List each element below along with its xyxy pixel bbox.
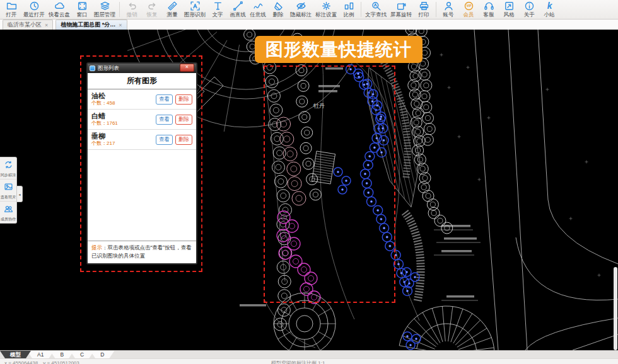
document-tab-bar: 临沂市某小区×植物施工图总图 *分…× [0, 20, 618, 30]
layout-tab-C[interactable]: C [70, 351, 94, 358]
account-icon [443, 1, 454, 11]
toolbar-item-find-text[interactable]: 文字查找 [363, 1, 388, 19]
toolbar-item-window[interactable]: 窗口 [72, 1, 92, 19]
graphics-list-row[interactable]: 白蜡个数：1761查看删除 [88, 110, 196, 130]
layers-icon [100, 1, 110, 11]
style-icon [504, 1, 515, 11]
toolbar-item-label: 打印 [419, 11, 429, 18]
row-text: 垂柳个数：217 [91, 132, 153, 147]
side-panel-collapse-handle[interactable]: ◂ [17, 186, 23, 202]
toolbar-item-folder[interactable]: 打开 [1, 1, 21, 19]
graphic-name: 油松 [91, 92, 153, 100]
layout-tab-A1[interactable]: A1 [27, 351, 54, 358]
window-icon [77, 1, 88, 11]
toolbar-item-label: 任意线 [250, 11, 266, 18]
toolbar-item-label: 打开 [6, 11, 17, 18]
chevron-left-icon: ◂ [18, 192, 20, 196]
toolbar-item-label: 撤销 [127, 11, 137, 18]
dialog-hint: 提示：双击表格项或点击“查看”按钮，查看已识别图块的具体位置 [88, 241, 196, 263]
toolbar-item-label: 标注设置 [315, 11, 337, 18]
toolbar-item-ksite[interactable]: k小站 [539, 1, 559, 19]
toolbar-item-label: 画直线 [230, 11, 246, 18]
view-button[interactable]: 查看 [156, 94, 173, 105]
toolbar-item-vip[interactable]: VIP会员 [458, 1, 479, 19]
dialog-header: 所有图形 [88, 73, 196, 89]
layout-tab-B[interactable]: B [50, 351, 74, 358]
toolbar-item-label: 小站 [544, 11, 555, 18]
close-tab-icon[interactable]: × [45, 22, 48, 28]
toolbar-item-service[interactable]: 客服 [479, 1, 499, 19]
erase-icon [273, 1, 284, 11]
graphic-name: 白蜡 [91, 112, 153, 120]
callout-text: 图形数量快捷统计 [265, 38, 412, 62]
toolbar-item-freeline[interactable]: 任意线 [248, 1, 268, 19]
toolbar-item-ruler[interactable]: 测量 [162, 1, 182, 19]
toolbar-item-label: 风格 [504, 11, 515, 18]
service-icon [484, 1, 494, 11]
graphic-count: 个数：217 [91, 140, 153, 147]
delete-button[interactable]: 删除 [175, 135, 192, 145]
layout-tab-模型[interactable]: 模型 [0, 351, 31, 358]
toolbar-item-label: 恢复 [147, 11, 158, 18]
dialog-app-icon [90, 65, 95, 71]
document-tab-2[interactable]: 植物施工图总图 *分…× [55, 20, 127, 30]
freeline-icon [253, 1, 264, 11]
toolbar-divider [119, 2, 120, 17]
side-panel-item-label: 同步标注 [1, 173, 16, 177]
dialog-close-button[interactable]: × [180, 64, 194, 72]
toolbar-item-label: 比例 [344, 11, 354, 18]
delete-button[interactable]: 删除 [175, 115, 192, 125]
toolbar-item-about[interactable]: 关于 [519, 1, 539, 19]
find-text-icon [371, 1, 382, 11]
graphics-list: 油松个数：458查看删除白蜡个数：1761查看删除垂柳个数：217查看删除 [88, 89, 196, 150]
graphics-list-row[interactable]: 油松个数：458查看删除 [88, 89, 196, 110]
cursor-coordinates: x = 455064438，y = 4510512003 [4, 360, 79, 364]
toolbar-item-label: 测量 [167, 11, 178, 18]
delete-button[interactable]: 删除 [175, 94, 192, 105]
toolbar-item-text[interactable]: 文字 [207, 1, 228, 19]
toolbar-item-recognize[interactable]: 图形识别 [182, 1, 207, 19]
toolbar-item-cloud[interactable]: 快看云盘 [47, 1, 72, 19]
side-panel-item-sync[interactable]: 同步标注 [0, 157, 16, 179]
toolbar-item-layers[interactable]: 图层管理 [92, 1, 117, 19]
toolbar-item-label: 会员 [464, 11, 474, 18]
document-tab-1[interactable]: 临沂市某小区× [3, 20, 53, 30]
toolbar-item-label: 关于 [524, 11, 535, 18]
photo-icon [4, 182, 13, 194]
main-toolbar: 打开最近打开快看云盘窗口图层管理撤销恢复测量图形识别文字画直线任意线删除隐藏标注… [0, 0, 618, 20]
canvas-scrollbar-thumb[interactable] [614, 267, 617, 350]
toolbar-item-anno-settings[interactable]: 标注设置 [313, 1, 339, 19]
graphics-list-empty-area [88, 150, 196, 241]
layout-tab-D[interactable]: D [90, 351, 114, 358]
graphics-list-row[interactable]: 垂柳个数：217查看删除 [88, 130, 196, 150]
toolbar-item-erase[interactable]: 删除 [268, 1, 288, 19]
side-panel-item-members[interactable]: 成员协作 [0, 202, 16, 223]
toolbar-item-line[interactable]: 画直线 [228, 1, 248, 19]
toolbar-item-style[interactable]: 风格 [499, 1, 519, 19]
clock-icon [29, 1, 40, 11]
about-icon [524, 1, 535, 11]
toolbar-item-clock[interactable]: 最近打开 [21, 1, 47, 19]
dialog-titlebar[interactable]: 图形列表 × [88, 64, 196, 73]
toolbar-item-print[interactable]: 打印 [414, 1, 434, 19]
row-text: 白蜡个数：1761 [91, 112, 153, 127]
recognize-icon [190, 1, 201, 11]
ksite-icon: k [544, 1, 555, 11]
side-panel-item-photo[interactable]: 查看照片 [0, 179, 16, 202]
toolbar-item-label: 图层管理 [94, 11, 115, 18]
close-tab-icon[interactable]: × [119, 22, 122, 28]
view-button[interactable]: 查看 [156, 115, 173, 125]
text-icon [213, 1, 223, 11]
ruler-icon [167, 1, 178, 11]
callout-banner: 图形数量快捷统计 [255, 36, 423, 63]
graphic-count: 个数：1761 [91, 120, 153, 127]
toolbar-item-hide-anno[interactable]: 隐藏标注 [288, 1, 313, 19]
anno-settings-icon [321, 1, 332, 11]
toolbar-item-rotate[interactable]: 屏幕旋转 [388, 1, 414, 19]
view-button[interactable]: 查看 [156, 135, 173, 145]
toolbar-item-scale[interactable]: 比例 [339, 1, 359, 19]
dialog-title: 图形列表 [98, 65, 177, 72]
graphics-list-dialog: 图形列表 × 所有图形 油松个数：458查看删除白蜡个数：1761查看删除垂柳个… [86, 62, 197, 264]
toolbar-item-account[interactable]: 账号 [438, 1, 458, 19]
rotate-icon [396, 1, 407, 11]
